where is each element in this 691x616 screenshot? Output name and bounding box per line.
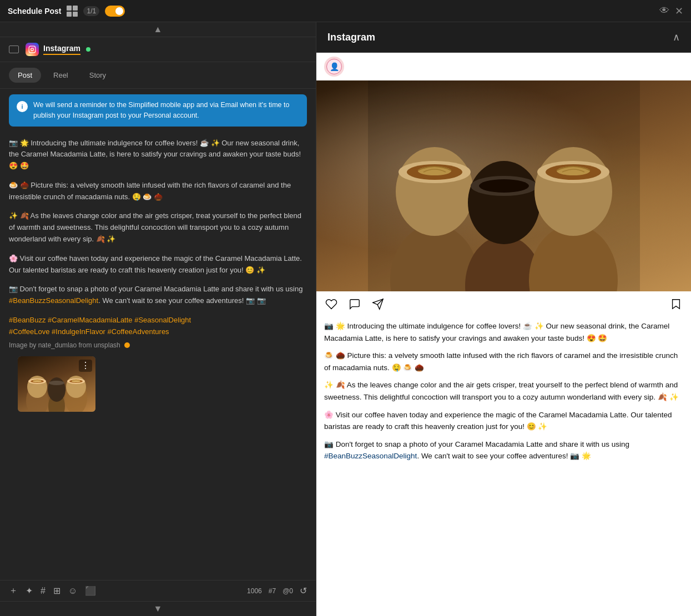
- instagram-icon: [26, 43, 39, 56]
- ig-image-content: [316, 80, 691, 291]
- ig-caption-p5: 📷 Don't forget to snap a photo of your C…: [324, 438, 683, 462]
- eye-slash-icon[interactable]: 👁: [659, 5, 669, 17]
- platform-connected-dot: [86, 47, 90, 52]
- ig-like-button[interactable]: [324, 297, 339, 311]
- info-icon: i: [17, 101, 28, 112]
- ig-hashtag-link[interactable]: #BeanBuzzSeasonalDelight: [324, 452, 417, 460]
- tab-post[interactable]: Post: [9, 68, 41, 83]
- ig-caption-p4: 🌸 Visit our coffee haven today and exper…: [324, 409, 683, 433]
- right-panel-header: Instagram ∧: [316, 22, 691, 53]
- thumbnail-menu[interactable]: ⋮: [79, 360, 92, 372]
- ig-caption-p1: 📷 🌟 Introducing the ultimate indulgence …: [324, 320, 683, 344]
- post-paragraph-3: ✨ 🍂 As the leaves change color and the a…: [9, 210, 307, 245]
- tab-reel[interactable]: Reel: [44, 68, 77, 83]
- ig-post-header: 👤: [316, 53, 691, 80]
- top-bar: Schedule Post 1/1 👁 ✕: [0, 0, 691, 22]
- post-counter: 1/1: [83, 6, 99, 16]
- post-content-area[interactable]: 📷 🌟 Introducing the ultimate indulgence …: [0, 132, 316, 580]
- page-icon: [9, 46, 19, 53]
- svg-point-11: [49, 381, 64, 385]
- ig-caption: 📷 🌟 Introducing the ultimate indulgence …: [316, 317, 691, 473]
- top-bar-right: 👁 ✕: [659, 5, 683, 17]
- main-content: ▲ Instagram Post Reel Story i We will se…: [0, 22, 691, 616]
- ig-save-button[interactable]: [669, 297, 683, 311]
- bottom-toolbar: ＋ ✦ # ⊞ ☺ ⬛ 1006 #7 @0 ↺: [0, 580, 316, 601]
- hashtag-line: #BeanBuzz #CaramelMacadamiaLatte #Season…: [9, 315, 307, 338]
- platform-name: Instagram: [43, 44, 80, 55]
- ig-caption-p3: ✨ 🍂 As the leaves change color and the a…: [324, 379, 683, 403]
- ig-avatar: 👤: [324, 57, 344, 77]
- ig-caption-p2: 🍮 🌰 Picture this: a velvety smooth latte…: [324, 350, 683, 373]
- grid-icon[interactable]: [67, 6, 78, 17]
- post-paragraph-4: 🌸 Visit our coffee haven today and exper…: [9, 253, 307, 276]
- notification-text: We will send a reminder to the Simplifie…: [33, 100, 299, 121]
- add-icon[interactable]: ＋: [9, 585, 18, 597]
- ig-image: [316, 80, 691, 291]
- svg-point-2: [34, 47, 34, 48]
- post-paragraph-1: 📷 🌟 Introducing the ultimate indulgence …: [9, 138, 307, 172]
- toolbar-left: ＋ ✦ # ⊞ ☺ ⬛: [9, 585, 96, 597]
- svg-marker-33: [673, 300, 680, 309]
- refresh-icon[interactable]: ↺: [300, 585, 307, 596]
- notification-banner: i We will send a reminder to the Simplif…: [9, 94, 307, 127]
- tab-story[interactable]: Story: [80, 68, 115, 83]
- svg-point-1: [31, 48, 34, 51]
- ig-post: 👤: [316, 53, 691, 473]
- post-paragraph-5: 📷 Don't forget to snap a photo of your C…: [9, 284, 307, 307]
- ig-actions-left: [324, 297, 385, 311]
- ig-comment-button[interactable]: [347, 297, 362, 311]
- at-count: @0: [283, 587, 293, 595]
- yellow-dot: [124, 342, 130, 348]
- close-icon[interactable]: ✕: [675, 5, 683, 17]
- ig-avatar-inner: 👤: [326, 59, 342, 74]
- camera-icon[interactable]: ⬛: [85, 585, 96, 596]
- toolbar-right: 1006 #7 @0 ↺: [247, 585, 307, 596]
- image-thumbnail: ⋮: [18, 356, 95, 412]
- svg-rect-0: [29, 46, 36, 53]
- collapse-icon[interactable]: ∧: [673, 31, 680, 43]
- right-panel: Instagram ∧ 👤: [316, 22, 691, 616]
- ig-share-button[interactable]: [371, 297, 385, 311]
- platform-tab: Instagram: [0, 37, 316, 62]
- char-count: 1006: [247, 587, 262, 595]
- top-bar-left: Schedule Post 1/1: [8, 6, 125, 17]
- schedule-post-title: Schedule Post: [8, 7, 61, 16]
- preview-title: Instagram: [327, 32, 375, 43]
- svg-rect-30: [368, 80, 640, 291]
- layers-icon[interactable]: ⊞: [53, 585, 60, 596]
- post-type-tabs: Post Reel Story: [0, 62, 316, 89]
- sparkle-icon[interactable]: ✦: [26, 585, 33, 596]
- scroll-down-arrow[interactable]: ▼: [0, 601, 316, 616]
- post-paragraph-2: 🍮 🌰 Picture this: a velvety smooth latte…: [9, 180, 307, 203]
- credit-line: Image by nate_dumlao from unsplash: [9, 340, 307, 351]
- toggle-switch[interactable]: [105, 6, 125, 17]
- instagram-preview[interactable]: 👤: [316, 53, 691, 616]
- hashtag-count: #7: [269, 587, 276, 595]
- hashtag-icon[interactable]: #: [41, 586, 46, 596]
- ig-coffee-svg: [368, 80, 640, 291]
- left-panel: ▲ Instagram Post Reel Story i We will se…: [0, 22, 316, 616]
- ig-avatar-person-icon: 👤: [330, 62, 339, 71]
- scroll-up-arrow[interactable]: ▲: [0, 22, 316, 37]
- ig-actions: [316, 291, 691, 317]
- image-thumbnail-container: ⋮: [18, 356, 95, 412]
- emoji-icon[interactable]: ☺: [68, 586, 77, 596]
